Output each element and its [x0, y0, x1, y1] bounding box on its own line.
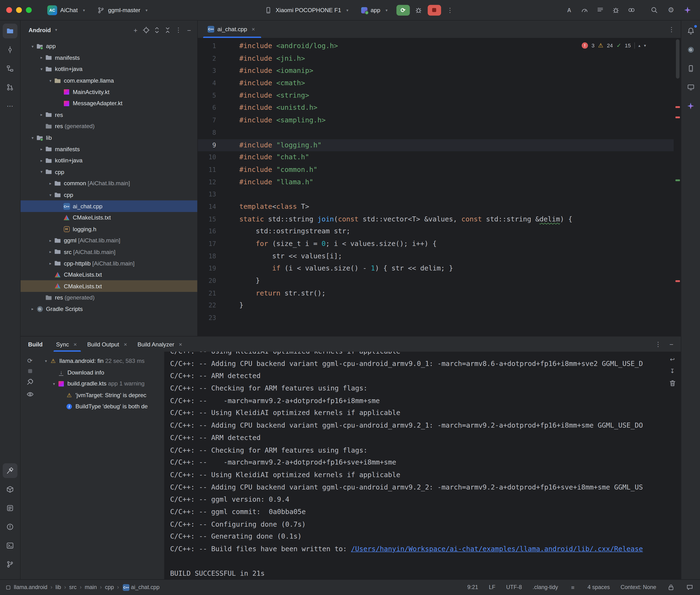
build-icon[interactable]: [3, 463, 18, 478]
tree-item-res[interactable]: res (generated): [21, 292, 197, 303]
scrollend-icon[interactable]: ↧: [668, 368, 676, 374]
tree-item-cpp[interactable]: ▾cpp: [21, 189, 197, 200]
analyzer-config[interactable]: .clang-tidy: [533, 584, 558, 591]
build-tab-sync[interactable]: Sync×: [52, 336, 83, 352]
line-ending[interactable]: LF: [489, 584, 496, 591]
tree-item-com-example-llama[interactable]: ▾com.example.llama: [21, 75, 197, 86]
running-devices-icon[interactable]: [683, 80, 698, 95]
commit-icon[interactable]: [3, 42, 18, 57]
build-tree-item-jvmtarget-string-is-deprec[interactable]: ⚠'jvmTarget: String' is deprec: [39, 389, 164, 401]
project-folder-icon[interactable]: [3, 24, 18, 38]
breadcrumb-item-cpp[interactable]: cpp: [105, 584, 114, 591]
build-output-link[interactable]: /Users/hanyin/Workspace/ai-chat/examples…: [351, 545, 643, 553]
tree-item-cpp-httplib[interactable]: ▸cpp-httplib [AiChat.lib.main]: [21, 258, 197, 269]
more-run-options-button[interactable]: ⋮: [444, 4, 456, 16]
tree-item-app[interactable]: ▾app: [21, 41, 197, 52]
close-tab-icon[interactable]: ×: [122, 341, 129, 347]
vcs-branch-widget[interactable]: ggml-master ▾: [93, 5, 153, 16]
next-issue-icon[interactable]: ▾: [644, 43, 646, 48]
breadcrumb-item-llama-android[interactable]: llama.android: [6, 584, 47, 591]
device-selector[interactable]: Xiaomi POCOPHONE F1 ▾: [260, 5, 355, 16]
version-control-icon[interactable]: [3, 557, 18, 572]
tree-item-res[interactable]: ▸res: [21, 109, 197, 120]
build-tree-item-buildtype-debug-is-both-de[interactable]: iBuildType 'debug' is both de: [39, 401, 164, 412]
notifications-balloon-icon[interactable]: [686, 584, 694, 591]
editor-scroll-stripe[interactable]: [674, 38, 681, 336]
breadcrumb-item-src[interactable]: src: [69, 584, 77, 591]
fold-icon[interactable]: [163, 25, 172, 34]
device-mirroring-button[interactable]: [625, 4, 638, 16]
code-style-icon[interactable]: ≡: [569, 584, 577, 591]
close-tab-icon[interactable]: ×: [72, 341, 78, 347]
logcat-icon[interactable]: [3, 501, 18, 515]
tree-item-common[interactable]: ▸common [AiChat.lib.main]: [21, 178, 197, 189]
tree-item-kotlin-java[interactable]: ▾kotlin+java: [21, 63, 197, 75]
tree-item-cpp[interactable]: ▾cpp: [21, 166, 197, 178]
more-icon[interactable]: ⋯: [3, 98, 18, 113]
profiler-button[interactable]: [579, 4, 591, 16]
pin-icon[interactable]: [26, 378, 34, 386]
tree-item-messageadapter-kt[interactable]: MessageAdapter.kt: [21, 97, 197, 109]
build-options-kebab-icon[interactable]: ⋮: [654, 340, 662, 348]
assistant-icon[interactable]: [683, 98, 698, 113]
build-console[interactable]: C/C++: -- Using KleidiAI optimized kerne…: [164, 352, 664, 579]
tree-item-ggml[interactable]: ▸ggml [AiChat.lib.main]: [21, 235, 197, 246]
tree-item-cmakelists-txt[interactable]: CMakeLists.txt: [21, 281, 197, 292]
eye-icon[interactable]: [26, 391, 34, 398]
hide-panel-icon[interactable]: −: [667, 340, 675, 348]
build-variants-icon[interactable]: [3, 482, 18, 497]
tree-item-kotlin-java[interactable]: ▸kotlin+java: [21, 155, 197, 166]
code-editor[interactable]: 1234567891011121314151617181920212223 #i…: [198, 38, 681, 336]
stop-dim-icon[interactable]: [26, 369, 34, 373]
tree-item-lib[interactable]: ▾lib: [21, 132, 197, 143]
editor-tab-ai-chat-cpp[interactable]: C++ ai_chat.cpp ×: [202, 21, 262, 38]
lock-icon[interactable]: [667, 584, 675, 591]
tree-item-src[interactable]: ▸src [AiChat.lib.main]: [21, 246, 197, 258]
breadcrumb-item-ai-chat-cpp[interactable]: C++ ai_chat.cpp: [122, 584, 159, 591]
terminal-icon[interactable]: [3, 538, 18, 553]
vcs-stripe-mark[interactable]: [675, 179, 680, 181]
problems-icon[interactable]: [3, 519, 18, 534]
plus-icon[interactable]: +: [131, 25, 140, 34]
target-icon[interactable]: [141, 25, 151, 34]
debug-button[interactable]: [413, 4, 425, 16]
scrollbar-thumb[interactable]: [676, 39, 679, 79]
editor-options-kebab-icon[interactable]: ⋮: [667, 26, 675, 33]
search-button[interactable]: [648, 4, 661, 16]
logcat-tool-button[interactable]: [594, 4, 607, 16]
tree-item-manifests[interactable]: ▸manifests: [21, 143, 197, 155]
close-tab-icon[interactable]: ×: [177, 341, 184, 347]
unfold-icon[interactable]: [152, 25, 162, 34]
previous-issue-icon[interactable]: ▴: [638, 43, 640, 48]
tree-item-cmakelists-txt[interactable]: CMakeLists.txt: [21, 212, 197, 223]
tree-item-logging-h[interactable]: Hlogging.h: [21, 223, 197, 235]
tree-item-cmakelists-txt[interactable]: CMakeLists.txt: [21, 269, 197, 281]
gradle-icon[interactable]: G: [683, 42, 698, 57]
project-widget[interactable]: AC AiChat ▾: [43, 3, 91, 17]
refresh-icon[interactable]: ⟳: [26, 357, 34, 364]
softwrap-icon[interactable]: ↩: [668, 356, 676, 363]
trash-icon[interactable]: [668, 379, 676, 387]
tree-item-gradle-scripts[interactable]: ▸GGradle Scripts: [21, 303, 197, 315]
build-tab-build-analyzer[interactable]: Build Analyzer×: [133, 336, 188, 352]
caret-position[interactable]: 9:21: [467, 584, 478, 591]
build-tree-item-download-info[interactable]: ↓Download info: [39, 367, 164, 378]
tree-item-mainactivity-kt[interactable]: MainActivity.kt: [21, 86, 197, 97]
macos-zoom-button[interactable]: [26, 7, 32, 13]
inspections-widget[interactable]: ! 3 ⚠ 24 ✓ 15 ▴ ▾: [582, 42, 646, 49]
error-stripe-mark[interactable]: [675, 280, 680, 282]
breadcrumb-item-main[interactable]: main: [85, 584, 97, 591]
translations-button[interactable]: A: [563, 4, 576, 16]
device-manager-icon[interactable]: [683, 61, 698, 76]
app-inspection-button[interactable]: [610, 4, 622, 16]
tree-item-ai-chat-cpp[interactable]: C++ai_chat.cpp: [21, 200, 197, 212]
breadcrumb-item-lib[interactable]: lib: [56, 584, 61, 591]
notifications-icon[interactable]: [683, 24, 698, 38]
rerun-button[interactable]: ⟳: [396, 5, 410, 16]
tree-item-manifests[interactable]: ▸manifests: [21, 52, 197, 63]
macos-minimize-button[interactable]: [16, 7, 22, 13]
ai-context[interactable]: Context: None: [621, 584, 656, 591]
run-configuration-selector[interactable]: app ▾: [357, 5, 394, 15]
indent-style[interactable]: 4 spaces: [588, 584, 610, 591]
error-stripe-mark[interactable]: [675, 116, 680, 118]
